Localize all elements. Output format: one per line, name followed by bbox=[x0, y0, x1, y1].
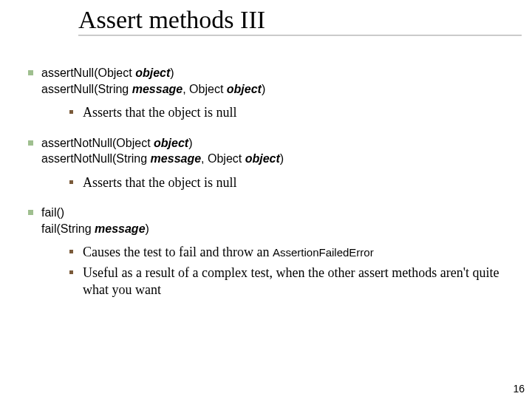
square-bullet-icon bbox=[28, 135, 41, 167]
sub-bullet-group: Asserts that the object is null bbox=[69, 104, 510, 121]
text-segment: message bbox=[95, 222, 146, 235]
title-underline bbox=[78, 35, 522, 35]
text-segment: ) bbox=[262, 83, 265, 95]
text-segment: object bbox=[227, 83, 262, 95]
text-segment: assertNull(Object bbox=[41, 66, 135, 79]
sub-bullet-text: Asserts that the object is null bbox=[83, 174, 236, 191]
text-segment: fail() bbox=[41, 206, 64, 219]
slide: Assert methods III assertNull(Object obj… bbox=[0, 0, 532, 399]
text-segment: Asserts that the object is null bbox=[83, 175, 236, 190]
text-segment: ) bbox=[170, 66, 174, 79]
page-number: 16 bbox=[513, 383, 525, 395]
text-segment: Useful as a result of a complex test, wh… bbox=[83, 265, 499, 297]
text-segment: ) bbox=[146, 222, 149, 235]
bullet-text: assertNotNull(Object object)assertNotNul… bbox=[41, 135, 284, 167]
sub-bullet-group: Causes the test to fail and throw an Ass… bbox=[69, 244, 510, 299]
sub-bullet-group: Asserts that the object is null bbox=[69, 174, 510, 191]
bullet-text: assertNull(Object object)assertNull(Stri… bbox=[41, 65, 265, 97]
slide-title: Assert methods III bbox=[78, 6, 522, 33]
bullet-text: fail()fail(String message) bbox=[41, 205, 149, 236]
text-segment: Causes the test to fail and throw an bbox=[83, 245, 273, 259]
bullet-level1: assertNotNull(Object object)assertNotNul… bbox=[28, 135, 510, 167]
bullet-level1: fail()fail(String message) bbox=[28, 205, 510, 236]
text-segment: message bbox=[132, 83, 183, 95]
text-segment: , Object bbox=[201, 152, 245, 165]
square-bullet-icon bbox=[28, 205, 41, 236]
square-bullet-icon bbox=[69, 265, 83, 299]
text-segment: fail(String bbox=[41, 222, 95, 235]
sub-bullet-text: Useful as a result of a complex test, wh… bbox=[83, 265, 510, 299]
text-segment: Asserts that the object is null bbox=[83, 105, 236, 120]
title-block: Assert methods III bbox=[78, 6, 522, 35]
bullet-level2: Asserts that the object is null bbox=[69, 104, 510, 121]
text-segment: assertNotNull(String bbox=[41, 152, 151, 165]
text-segment: AssertionFailedError bbox=[273, 246, 374, 259]
bullet-level2: Causes the test to fail and throw an Ass… bbox=[69, 244, 510, 261]
text-segment: object bbox=[154, 137, 188, 149]
square-bullet-icon bbox=[28, 65, 41, 97]
bullet-level2: Useful as a result of a complex test, wh… bbox=[69, 265, 510, 299]
text-segment: ) bbox=[188, 137, 192, 149]
text-segment: assertNotNull(Object bbox=[41, 137, 154, 149]
text-segment: assertNull(String bbox=[41, 83, 132, 95]
text-segment: object bbox=[245, 152, 280, 165]
bullet-level1: assertNull(Object object)assertNull(Stri… bbox=[28, 65, 510, 97]
text-segment: ) bbox=[280, 152, 284, 165]
square-bullet-icon bbox=[69, 104, 83, 121]
content-area: assertNull(Object object)assertNull(Stri… bbox=[28, 65, 510, 302]
bullet-level2: Asserts that the object is null bbox=[69, 174, 510, 191]
square-bullet-icon bbox=[69, 174, 83, 191]
text-segment: object bbox=[135, 66, 170, 79]
text-segment: , Object bbox=[183, 83, 227, 95]
text-segment: message bbox=[151, 152, 202, 165]
sub-bullet-text: Causes the test to fail and throw an Ass… bbox=[83, 244, 374, 261]
square-bullet-icon bbox=[69, 244, 83, 261]
sub-bullet-text: Asserts that the object is null bbox=[83, 104, 236, 121]
